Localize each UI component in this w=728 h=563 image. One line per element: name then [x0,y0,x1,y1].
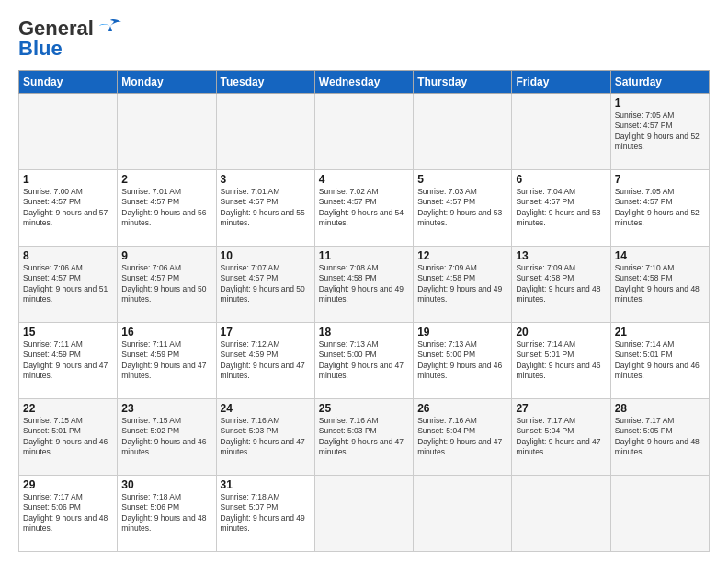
day-info: Sunrise: 7:05 AMSunset: 4:57 PMDaylight:… [615,187,700,227]
day-number: 18 [319,326,409,339]
day-number: 25 [319,402,409,415]
day-number: 20 [516,326,606,339]
header: General Blue [18,17,710,61]
calendar-cell: 12Sunrise: 7:09 AMSunset: 4:58 PMDayligh… [414,247,512,323]
day-number: 23 [121,402,211,415]
day-info: Sunrise: 7:13 AMSunset: 5:00 PMDaylight:… [417,339,502,380]
day-info: Sunrise: 7:16 AMSunset: 5:04 PMDaylight:… [417,416,502,456]
day-number: 10 [221,249,311,262]
day-number: 15 [23,326,113,339]
calendar-week-5: 22Sunrise: 7:15 AMSunset: 5:01 PMDayligh… [19,399,710,476]
calendar-cell [610,476,709,552]
calendar-week-6: 29Sunrise: 7:17 AMSunset: 5:06 PMDayligh… [19,476,710,552]
day-info: Sunrise: 7:07 AMSunset: 4:57 PMDaylight:… [221,263,305,304]
logo-blue-text: Blue [18,37,63,61]
calendar-cell [414,476,512,552]
day-info: Sunrise: 7:06 AMSunset: 4:57 PMDaylight:… [121,263,206,304]
calendar-cell [216,94,314,170]
day-number: 30 [121,478,211,491]
day-number: 7 [615,173,705,186]
day-number: 16 [121,326,211,339]
logo: General Blue [18,17,123,61]
day-info: Sunrise: 7:11 AMSunset: 4:59 PMDaylight:… [121,339,206,380]
day-number: 24 [221,402,311,415]
calendar-cell: 27Sunrise: 7:17 AMSunset: 5:04 PMDayligh… [512,399,610,476]
calendar-cell: 21Sunrise: 7:14 AMSunset: 5:01 PMDayligh… [610,323,709,399]
day-number: 22 [23,402,113,415]
day-header-friday: Friday [512,71,610,94]
calendar-cell: 7Sunrise: 7:05 AMSunset: 4:57 PMDaylight… [610,170,709,247]
day-info: Sunrise: 7:04 AMSunset: 4:57 PMDaylight:… [516,187,600,227]
calendar-cell: 30Sunrise: 7:18 AMSunset: 5:06 PMDayligh… [118,476,216,552]
day-info: Sunrise: 7:17 AMSunset: 5:05 PMDaylight:… [615,416,700,456]
day-info: Sunrise: 7:01 AMSunset: 4:57 PMDaylight:… [221,187,305,227]
day-info: Sunrise: 7:11 AMSunset: 4:59 PMDaylight:… [23,339,108,380]
calendar-cell: 10Sunrise: 7:07 AMSunset: 4:57 PMDayligh… [216,247,314,323]
day-info: Sunrise: 7:12 AMSunset: 4:59 PMDaylight:… [221,339,305,380]
day-number: 3 [221,173,311,186]
day-info: Sunrise: 7:18 AMSunset: 5:06 PMDaylight:… [121,492,206,533]
calendar-cell [314,476,413,552]
calendar-cell: 22Sunrise: 7:15 AMSunset: 5:01 PMDayligh… [19,399,118,476]
day-info: Sunrise: 7:13 AMSunset: 5:00 PMDaylight:… [319,339,404,380]
calendar-cell: 11Sunrise: 7:08 AMSunset: 4:58 PMDayligh… [314,247,413,323]
calendar-cell: 18Sunrise: 7:13 AMSunset: 5:00 PMDayligh… [314,323,413,399]
day-number: 29 [23,478,113,491]
day-info: Sunrise: 7:09 AMSunset: 4:58 PMDaylight:… [516,263,600,304]
day-info: Sunrise: 7:06 AMSunset: 4:57 PMDaylight:… [23,263,108,304]
day-number: 8 [23,249,113,262]
day-number: 14 [615,249,705,262]
day-info: Sunrise: 7:15 AMSunset: 5:01 PMDaylight:… [23,416,108,456]
calendar-cell: 13Sunrise: 7:09 AMSunset: 4:58 PMDayligh… [512,247,610,323]
day-info: Sunrise: 7:17 AMSunset: 5:04 PMDaylight:… [516,416,600,456]
calendar-cell: 4Sunrise: 7:02 AMSunset: 4:57 PMDaylight… [314,170,413,247]
calendar-cell [414,94,512,170]
calendar-table: SundayMondayTuesdayWednesdayThursdayFrid… [18,70,710,552]
day-number: 12 [417,249,507,262]
calendar-cell: 23Sunrise: 7:15 AMSunset: 5:02 PMDayligh… [118,399,216,476]
day-number: 4 [319,173,409,186]
day-number: 21 [615,326,705,339]
day-number: 1 [615,97,705,109]
day-header-monday: Monday [118,71,216,94]
calendar-cell: 26Sunrise: 7:16 AMSunset: 5:04 PMDayligh… [414,399,512,476]
day-number: 5 [417,173,507,186]
calendar-cell: 8Sunrise: 7:06 AMSunset: 4:57 PMDaylight… [19,247,118,323]
day-number: 11 [319,249,409,262]
day-header-saturday: Saturday [610,71,709,94]
calendar-week-3: 8Sunrise: 7:06 AMSunset: 4:57 PMDaylight… [19,247,710,323]
calendar-cell: 29Sunrise: 7:17 AMSunset: 5:06 PMDayligh… [19,476,118,552]
day-info: Sunrise: 7:02 AMSunset: 4:57 PMDaylight:… [319,187,404,227]
day-info: Sunrise: 7:08 AMSunset: 4:58 PMDaylight:… [319,263,404,304]
day-info: Sunrise: 7:15 AMSunset: 5:02 PMDaylight:… [121,416,206,456]
calendar-cell: 19Sunrise: 7:13 AMSunset: 5:00 PMDayligh… [414,323,512,399]
calendar-page: General Blue SundayMondayTuesdayWednesda… [0,0,728,563]
calendar-cell: 3Sunrise: 7:01 AMSunset: 4:57 PMDaylight… [216,170,314,247]
day-number: 19 [417,326,507,339]
day-info: Sunrise: 7:18 AMSunset: 5:07 PMDaylight:… [221,492,305,533]
calendar-cell: 6Sunrise: 7:04 AMSunset: 4:57 PMDaylight… [512,170,610,247]
day-number: 17 [221,326,311,339]
calendar-week-4: 15Sunrise: 7:11 AMSunset: 4:59 PMDayligh… [19,323,710,399]
day-number: 26 [417,402,507,415]
calendar-cell: 9Sunrise: 7:06 AMSunset: 4:57 PMDaylight… [118,247,216,323]
day-number: 1 [23,173,113,186]
calendar-cell [314,94,413,170]
day-info: Sunrise: 7:00 AMSunset: 4:57 PMDaylight:… [23,187,108,227]
day-info: Sunrise: 7:16 AMSunset: 5:03 PMDaylight:… [319,416,404,456]
day-number: 9 [121,249,211,262]
calendar-week-2: 1Sunrise: 7:00 AMSunset: 4:57 PMDaylight… [19,170,710,247]
day-info: Sunrise: 7:14 AMSunset: 5:01 PMDaylight:… [615,339,700,380]
day-header-sunday: Sunday [19,71,118,94]
logo-bird-icon [97,18,123,39]
day-number: 28 [615,402,705,415]
day-info: Sunrise: 7:09 AMSunset: 4:58 PMDaylight:… [417,263,502,304]
calendar-cell [118,94,216,170]
calendar-cell: 15Sunrise: 7:11 AMSunset: 4:59 PMDayligh… [19,323,118,399]
day-number: 31 [221,478,311,491]
calendar-cell: 25Sunrise: 7:16 AMSunset: 5:03 PMDayligh… [314,399,413,476]
day-info: Sunrise: 7:03 AMSunset: 4:57 PMDaylight:… [417,187,502,227]
day-header-tuesday: Tuesday [216,71,314,94]
day-number: 27 [516,402,606,415]
calendar-cell: 1Sunrise: 7:05 AMSunset: 4:57 PMDaylight… [610,94,709,170]
